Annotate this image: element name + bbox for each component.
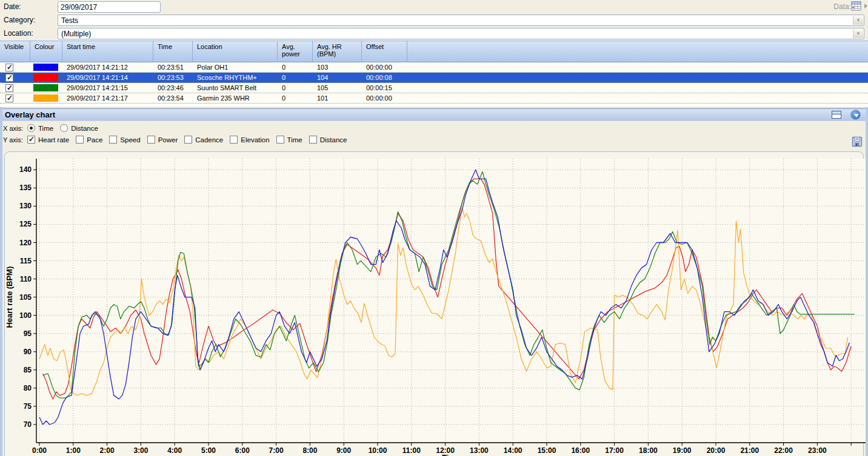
svg-text:11:00: 11:00: [402, 446, 421, 455]
y-axis-option-heart-rate[interactable]: Heart rate: [27, 136, 69, 144]
column-header[interactable]: Avg. HR (BPM): [313, 41, 362, 62]
cell-duration: 00:23:54: [153, 94, 193, 102]
y-axis-option-time[interactable]: Time: [276, 136, 302, 144]
radio-icon[interactable]: [60, 124, 68, 132]
column-header[interactable]: Visible: [0, 41, 30, 62]
cell-location: Garmin 235 WHR: [193, 94, 278, 102]
column-header[interactable]: Start time: [62, 41, 153, 62]
svg-text:130: 130: [19, 202, 32, 210]
svg-text:0:00: 0:00: [32, 446, 47, 455]
table-body: 29/09/2017 14:21:1200:23:51Polar OH10103…: [0, 62, 868, 108]
y-axis-option-elevation[interactable]: Elevation: [230, 136, 269, 144]
split-view-icon[interactable]: [832, 111, 841, 119]
svg-text:3:00: 3:00: [133, 446, 148, 455]
svg-text:19:00: 19:00: [673, 446, 692, 455]
svg-text:16:00: 16:00: [571, 446, 590, 455]
y-axis-option-distance[interactable]: Distance: [309, 136, 347, 144]
data-expand-arrow-icon[interactable]: [864, 4, 867, 8]
location-value: (Multiple): [61, 30, 91, 38]
location-label: Location:: [4, 29, 33, 38]
svg-text:85: 85: [24, 366, 32, 374]
table-row[interactable]: 29/09/2017 14:21:1700:23:54Garmin 235 WH…: [0, 93, 868, 104]
svg-text:22:00: 22:00: [774, 446, 793, 455]
x-axis-option-row: X axis: TimeDistance: [3, 124, 105, 132]
radio-icon[interactable]: [27, 124, 35, 132]
recordings-table: VisibleColourStart timeTimeLocationAvg. …: [0, 41, 868, 108]
chart-axis-controls: X axis: TimeDistance Y axis: Heart rateP…: [0, 122, 868, 149]
y-axis-option-pace[interactable]: Pace: [76, 136, 102, 144]
cell-duration: 00:23:46: [153, 84, 193, 91]
table-filler: [0, 104, 868, 108]
collapse-section-icon[interactable]: [850, 110, 861, 120]
chevron-down-icon[interactable]: ▼: [853, 29, 863, 38]
column-header[interactable]: Time: [153, 41, 193, 62]
checkbox-icon[interactable]: [76, 136, 84, 144]
checkbox-icon[interactable]: [309, 136, 317, 144]
chevron-down-icon[interactable]: ▼: [853, 16, 863, 25]
colour-swatch[interactable]: [33, 84, 58, 91]
y-axis-label: Y axis:: [3, 136, 27, 144]
data-label: Data:: [833, 2, 851, 11]
date-input[interactable]: [58, 1, 161, 13]
save-chart-icon[interactable]: [852, 136, 863, 147]
colour-swatch[interactable]: [33, 64, 58, 71]
window-left-border: [0, 108, 2, 456]
checkbox-icon[interactable]: [27, 136, 35, 144]
x-axis-option-distance[interactable]: Distance: [60, 124, 98, 132]
cell-avg-hr: 103: [313, 64, 362, 71]
heart-rate-chart: 7075808590951001051101151201251301351400…: [0, 149, 868, 456]
column-header[interactable]: Offset: [362, 41, 407, 62]
svg-text:140: 140: [19, 165, 32, 174]
option-label: Distance: [320, 136, 347, 144]
checkbox-icon[interactable]: [230, 136, 238, 144]
svg-text:14:00: 14:00: [504, 446, 522, 455]
location-select[interactable]: (Multiple) ▼: [58, 28, 864, 39]
svg-text:105: 105: [19, 293, 32, 302]
colour-swatch[interactable]: [33, 74, 58, 81]
cell-duration: 00:23:51: [153, 64, 193, 71]
column-header[interactable]: Avg. power: [278, 41, 313, 62]
category-row: Category: Tests ▼: [0, 13, 868, 27]
y-axis-option-cadence[interactable]: Cadence: [184, 136, 223, 144]
svg-text:9:00: 9:00: [336, 446, 351, 455]
svg-text:10:00: 10:00: [369, 446, 387, 455]
data-grid-icon[interactable]: [851, 1, 862, 12]
checkbox-icon[interactable]: [276, 136, 284, 144]
visible-checkbox[interactable]: [5, 64, 13, 71]
svg-text:70: 70: [24, 420, 32, 429]
svg-text:125: 125: [19, 220, 32, 228]
visible-checkbox[interactable]: [5, 84, 13, 92]
cell-start-time: 29/09/2017 14:21:14: [62, 74, 153, 81]
visible-checkbox[interactable]: [5, 94, 13, 102]
svg-text:21:00: 21:00: [740, 446, 759, 455]
column-header[interactable]: Colour: [30, 41, 62, 62]
y-axis-option-speed[interactable]: Speed: [109, 136, 140, 144]
colour-swatch[interactable]: [33, 94, 58, 102]
date-row: Date: Data:: [0, 0, 868, 13]
svg-text:2:00: 2:00: [100, 446, 115, 455]
svg-text:95: 95: [24, 329, 32, 338]
x-axis-option-time[interactable]: Time: [27, 124, 53, 132]
visible-checkbox[interactable]: [5, 74, 13, 82]
checkbox-icon[interactable]: [109, 136, 117, 144]
svg-text:100: 100: [19, 311, 32, 320]
column-header[interactable]: Location: [193, 41, 278, 62]
category-label: Category:: [4, 16, 35, 24]
table-row[interactable]: 29/09/2017 14:21:1200:23:51Polar OH10103…: [0, 62, 868, 73]
cell-start-time: 29/09/2017 14:21:17: [62, 94, 153, 102]
option-label: Pace: [87, 136, 102, 144]
svg-text:120: 120: [19, 239, 32, 247]
y-axis-option-row: Y axis: Heart ratePaceSpeedPowerCadenceE…: [3, 136, 353, 144]
checkbox-icon[interactable]: [147, 136, 155, 144]
table-row[interactable]: 29/09/2017 14:21:1400:23:53Scosche RHYTH…: [0, 73, 868, 83]
category-select[interactable]: Tests ▼: [58, 15, 864, 26]
cell-avg-power: 0: [278, 74, 313, 81]
table-row[interactable]: 29/09/2017 14:21:1500:23:46Suunto SMART …: [0, 83, 868, 93]
plot-area: [36, 159, 866, 443]
checkbox-icon[interactable]: [184, 136, 192, 144]
cell-avg-hr: 105: [313, 84, 362, 91]
svg-text:13:00: 13:00: [470, 446, 489, 455]
svg-text:5:00: 5:00: [201, 446, 216, 455]
svg-text:15:00: 15:00: [538, 446, 556, 455]
y-axis-option-power[interactable]: Power: [147, 136, 178, 144]
